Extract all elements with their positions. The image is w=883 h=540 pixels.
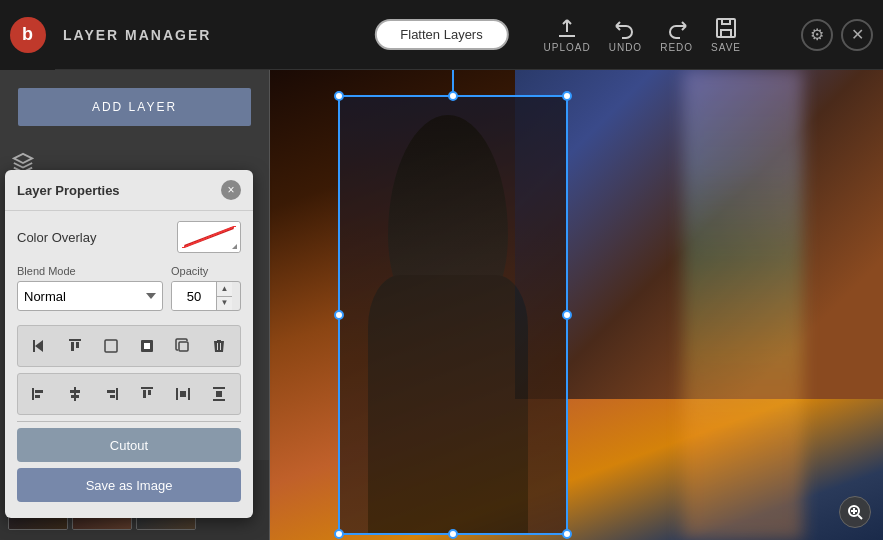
svg-rect-12 bbox=[35, 395, 40, 398]
distribute-h-button[interactable] bbox=[166, 378, 200, 410]
add-layer-button[interactable]: ADD LAYER bbox=[18, 88, 251, 126]
app-close-button[interactable]: ✕ bbox=[841, 19, 873, 51]
opacity-label: Opacity bbox=[171, 265, 241, 277]
svg-rect-23 bbox=[188, 388, 190, 400]
handle-top-right[interactable] bbox=[562, 91, 572, 101]
skip-start-icon bbox=[31, 338, 47, 354]
trash-icon bbox=[211, 338, 227, 354]
svg-rect-19 bbox=[141, 387, 153, 389]
handle-bottom-right[interactable] bbox=[562, 529, 572, 539]
opacity-arrows: ▲ ▼ bbox=[216, 282, 232, 310]
color-overlay-row: Color Overlay bbox=[17, 221, 241, 253]
redo-icon bbox=[665, 16, 689, 40]
svg-rect-24 bbox=[180, 391, 186, 397]
layer-properties-panel: Layer Properties × Color Overlay Blend M… bbox=[5, 170, 253, 518]
blend-mode-column: Blend Mode Normal Multiply Screen Overla… bbox=[17, 265, 163, 311]
svg-rect-10 bbox=[32, 388, 34, 400]
upload-button[interactable]: UPLOAD bbox=[544, 16, 591, 53]
handle-middle-right[interactable] bbox=[562, 310, 572, 320]
handle-bottom-left[interactable] bbox=[334, 529, 344, 539]
svg-rect-26 bbox=[213, 399, 225, 401]
header-icon-group: UPLOAD UNDO REDO SAVE bbox=[544, 16, 741, 53]
align-right-button[interactable] bbox=[94, 378, 128, 410]
svg-rect-9 bbox=[179, 342, 188, 351]
handle-middle-left[interactable] bbox=[334, 310, 344, 320]
app-title: LAYER MANAGER bbox=[63, 27, 211, 43]
opacity-down-button[interactable]: ▼ bbox=[217, 297, 232, 311]
svg-rect-25 bbox=[213, 387, 225, 389]
logo-area: b bbox=[0, 0, 55, 70]
selection-box bbox=[338, 95, 568, 535]
align-left-icon bbox=[31, 386, 47, 402]
flatten-layers-button[interactable]: Flatten Layers bbox=[374, 19, 508, 50]
undo-icon bbox=[613, 16, 637, 40]
layer-props-header: Layer Properties × bbox=[5, 170, 253, 211]
canvas-background bbox=[270, 70, 883, 540]
svg-rect-18 bbox=[110, 395, 115, 398]
svg-rect-6 bbox=[105, 340, 117, 352]
svg-rect-17 bbox=[107, 390, 115, 393]
color-overlay-swatch[interactable] bbox=[177, 221, 241, 253]
svg-rect-22 bbox=[176, 388, 178, 400]
save-as-image-button[interactable]: Save as Image bbox=[17, 468, 241, 502]
copy-icon bbox=[175, 338, 191, 354]
blend-mode-label: Blend Mode bbox=[17, 265, 163, 277]
svg-rect-21 bbox=[148, 390, 151, 395]
svg-rect-14 bbox=[70, 390, 80, 393]
divider bbox=[17, 421, 241, 422]
header: b LAYER MANAGER Flatten Layers UPLOAD UN… bbox=[0, 0, 883, 70]
cutout-button[interactable]: Cutout bbox=[17, 428, 241, 462]
align-left-button[interactable] bbox=[22, 378, 56, 410]
svg-rect-1 bbox=[179, 222, 239, 252]
svg-rect-8 bbox=[144, 343, 150, 349]
svg-rect-5 bbox=[76, 342, 79, 348]
swatch-arrow bbox=[232, 244, 237, 249]
copy-button[interactable] bbox=[166, 330, 200, 362]
handle-bottom-middle[interactable] bbox=[448, 529, 458, 539]
sidebar: ADD LAYER Layer Properties × Color Overl… bbox=[0, 70, 270, 540]
svg-rect-13 bbox=[74, 387, 76, 401]
skip-start-button[interactable] bbox=[22, 330, 56, 362]
svg-rect-15 bbox=[71, 395, 79, 398]
save-button[interactable]: SAVE bbox=[711, 16, 741, 53]
color-overlay-label: Color Overlay bbox=[17, 230, 96, 245]
square-outline-icon bbox=[103, 338, 119, 354]
square-outline-button[interactable] bbox=[94, 330, 128, 362]
delete-button[interactable] bbox=[202, 330, 236, 362]
svg-rect-11 bbox=[35, 390, 43, 393]
blend-opacity-row: Blend Mode Normal Multiply Screen Overla… bbox=[17, 265, 241, 311]
blend-mode-select[interactable]: Normal Multiply Screen Overlay Darken Li… bbox=[17, 281, 163, 311]
opacity-column: Opacity ▲ ▼ bbox=[171, 265, 241, 311]
handle-top-left[interactable] bbox=[334, 91, 344, 101]
redo-button[interactable]: REDO bbox=[660, 16, 693, 53]
layer-props-title: Layer Properties bbox=[17, 183, 120, 198]
align-center-h-icon bbox=[67, 386, 83, 402]
opacity-up-button[interactable]: ▲ bbox=[217, 282, 232, 297]
svg-line-2 bbox=[185, 228, 234, 247]
align-right-icon bbox=[103, 386, 119, 402]
square-filled-button[interactable] bbox=[130, 330, 164, 362]
svg-rect-27 bbox=[216, 391, 222, 397]
settings-button[interactable]: ⚙ bbox=[801, 19, 833, 51]
align-top-button[interactable] bbox=[58, 330, 92, 362]
svg-line-29 bbox=[858, 515, 862, 519]
header-center-actions: Flatten Layers bbox=[374, 19, 508, 50]
distribute-v-icon bbox=[211, 386, 227, 402]
align-icon-row bbox=[17, 373, 241, 415]
canvas-area bbox=[270, 70, 883, 540]
handle-top-middle[interactable] bbox=[448, 91, 458, 101]
svg-rect-0 bbox=[717, 19, 735, 37]
distribute-v-button[interactable] bbox=[202, 378, 236, 410]
align-top-edge-button[interactable] bbox=[130, 378, 164, 410]
zoom-button[interactable] bbox=[839, 496, 871, 528]
undo-button[interactable]: UNDO bbox=[609, 16, 642, 53]
svg-rect-3 bbox=[69, 339, 81, 341]
save-icon bbox=[714, 16, 738, 40]
align-center-h-button[interactable] bbox=[58, 378, 92, 410]
app-logo: b bbox=[10, 17, 46, 53]
align-top-edge-icon bbox=[139, 386, 155, 402]
upload-icon bbox=[555, 16, 579, 40]
svg-rect-16 bbox=[116, 388, 118, 400]
opacity-input[interactable] bbox=[172, 282, 216, 310]
layer-props-close-button[interactable]: × bbox=[221, 180, 241, 200]
